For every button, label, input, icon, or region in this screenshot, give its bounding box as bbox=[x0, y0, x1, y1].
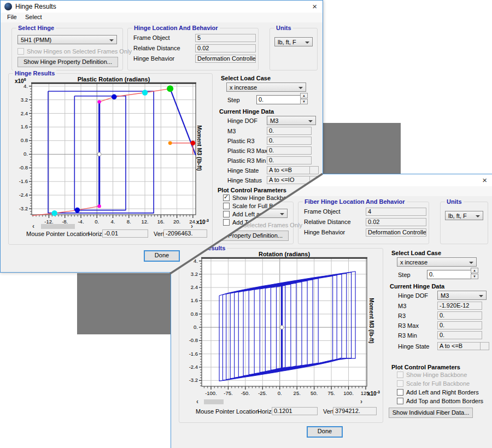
row-label: Plastic R3 Max bbox=[227, 148, 267, 154]
spin-up-button[interactable]: ▲ bbox=[471, 268, 478, 273]
checkbox-icon bbox=[397, 398, 403, 404]
hinge-state-color-box bbox=[309, 166, 319, 174]
hysteresis-plot[interactable]: -100.-75.-50.-25.0.25.50.75.100.125.4.3.… bbox=[182, 256, 374, 397]
spin-up-button[interactable]: ▲ bbox=[300, 93, 308, 98]
row-value: 0. bbox=[267, 127, 312, 135]
units-group: Units lb, ft, F bbox=[440, 202, 488, 244]
group-title: Units bbox=[274, 25, 293, 32]
menu-file[interactable]: File bbox=[7, 14, 17, 20]
load-case-dropdown[interactable]: x increase bbox=[226, 82, 306, 92]
row-value: A to <=B bbox=[437, 342, 482, 350]
scale-full-backbone-checkbox[interactable]: Scale for Full Backbone bbox=[397, 380, 470, 387]
svg-text:-50.: -50. bbox=[241, 390, 250, 396]
svg-text:0.: 0. bbox=[24, 151, 28, 157]
svg-text:-4.: -4. bbox=[78, 219, 84, 225]
titlebar[interactable]: Hinge Results × bbox=[1, 1, 323, 13]
row-value: 0. bbox=[267, 156, 312, 164]
vert-value: 3794212. bbox=[333, 407, 377, 415]
spin-down-button[interactable]: ▼ bbox=[300, 99, 308, 104]
svg-text:12.: 12. bbox=[141, 219, 148, 225]
chevron-down-icon bbox=[469, 262, 473, 264]
hinge-behavior-label: Hinge Behavior bbox=[304, 229, 345, 235]
svg-text:0.: 0. bbox=[95, 219, 99, 225]
svg-text:4.: 4. bbox=[24, 83, 28, 89]
add-top-bottom-borders-checkbox[interactable]: Add Top and Bottom Borders bbox=[397, 398, 483, 404]
desktop: Hinge Results × File Select Select Hinge… bbox=[0, 0, 492, 448]
svg-text:1.6: 1.6 bbox=[191, 297, 198, 303]
show-hinge-property-definition-button[interactable]: Show Hinge Property Definition... bbox=[17, 57, 118, 67]
hinge-behavior-value: Deformation Controlled bbox=[195, 55, 256, 63]
svg-text:-1.6: -1.6 bbox=[189, 351, 198, 357]
plot-control-parameters-title: Plot Control Parameters bbox=[218, 187, 286, 193]
scrollbar-thumb[interactable] bbox=[41, 224, 75, 229]
mouse-pointer-label: Mouse Pointer Location bbox=[26, 231, 90, 237]
hinge-select-dropdown[interactable]: 5H1 (PMM) bbox=[17, 35, 117, 44]
row-label: Plastic R3 Min bbox=[227, 157, 266, 164]
vert-label: Vert bbox=[154, 231, 165, 237]
group-title: Fiber Hinge Location And Behavior bbox=[303, 198, 407, 205]
close-icon[interactable]: × bbox=[482, 175, 487, 185]
hinge-behavior-label: Hinge Behavior bbox=[133, 55, 174, 62]
scroll-left-icon[interactable]: ‹ bbox=[196, 399, 198, 405]
frame-object-label: Frame Object bbox=[133, 34, 170, 41]
hinge-dof-dropdown[interactable]: M3 bbox=[267, 116, 316, 125]
checkbox-label: Scale for Full Backbone bbox=[406, 380, 470, 387]
group-title: Select Hinge bbox=[16, 25, 56, 32]
dropdown-value: 5H1 (PMM) bbox=[21, 37, 51, 43]
checkbox-label: Add Top and Bottom Borders bbox=[406, 398, 483, 404]
hinge-state-color-box bbox=[480, 342, 489, 350]
menu-select[interactable]: Select bbox=[25, 14, 42, 20]
scroll-left-icon[interactable]: ‹ bbox=[32, 223, 34, 229]
group-title: Units bbox=[445, 198, 464, 205]
row-label: Plastic R3 bbox=[227, 138, 255, 144]
units-dropdown[interactable]: lb, ft, F bbox=[445, 211, 483, 220]
units-dropdown[interactable]: lb, ft, F bbox=[274, 37, 313, 46]
chevron-down-icon bbox=[476, 215, 480, 217]
spin-down-button[interactable]: ▼ bbox=[471, 274, 478, 279]
svg-text:75.: 75. bbox=[327, 390, 335, 396]
row-label: R3 Max bbox=[398, 322, 419, 329]
relative-distance-value: 0.02 bbox=[195, 44, 256, 52]
chevron-down-icon bbox=[298, 87, 303, 89]
x-scale-label: x10-3 bbox=[196, 219, 209, 225]
load-case-dropdown[interactable]: x increase bbox=[397, 257, 477, 267]
chevron-down-icon bbox=[280, 213, 284, 215]
show-hinges-selected-frames-checkbox[interactable]: Show Hinges on Selected Frames Only bbox=[17, 48, 132, 55]
horiz-label: Horiz bbox=[257, 408, 272, 415]
add-left-right-borders-checkbox[interactable]: Add Left and Right Borders bbox=[397, 389, 479, 396]
scroll-right-icon[interactable]: › bbox=[360, 399, 362, 405]
svg-text:100.: 100. bbox=[343, 390, 354, 396]
svg-text:-1.6: -1.6 bbox=[19, 178, 28, 184]
row-value: A to <=IO bbox=[267, 176, 312, 184]
done-button[interactable]: Done bbox=[307, 426, 343, 438]
svg-text:50.: 50. bbox=[311, 390, 318, 396]
row-label: Hinge Status bbox=[227, 177, 262, 184]
checkbox-label: Show Hinges on Selected Frames Only bbox=[27, 48, 132, 55]
scrollbar-thumb[interactable] bbox=[204, 399, 224, 404]
svg-text:16.: 16. bbox=[157, 219, 165, 225]
step-input[interactable]: 0. bbox=[427, 270, 472, 279]
vert-label: Vert bbox=[323, 408, 334, 415]
checkbox-label: Show Hinge Backbone bbox=[406, 372, 467, 378]
svg-text:1.6: 1.6 bbox=[21, 123, 28, 129]
row-value: 0. bbox=[267, 137, 312, 145]
hinge-dof-dropdown[interactable]: M3 bbox=[437, 291, 487, 300]
y-axis-right-label: Moment M3 (lb-ft) bbox=[368, 285, 374, 356]
units-group: Units lb, ft, F bbox=[270, 28, 318, 70]
row-label: R3 bbox=[398, 313, 406, 319]
show-individual-fiber-data-button[interactable]: Show Individual Fiber Data... bbox=[389, 408, 473, 418]
done-button[interactable]: Done bbox=[144, 250, 180, 262]
hysteresis-plot[interactable]: -12.-8.-4.0.4.8.12.16.20.24.4.3.22.41.60… bbox=[11, 81, 204, 225]
show-hinge-backbone-checkbox[interactable]: Show Hinge Backbone bbox=[397, 372, 467, 378]
svg-text:20.: 20. bbox=[173, 219, 180, 225]
window-title: Hinge Results bbox=[15, 3, 56, 10]
dropdown-value: x increase bbox=[230, 84, 257, 91]
step-spinner: ▲ ▼ bbox=[300, 93, 308, 105]
menubar: File Select bbox=[1, 13, 323, 22]
step-label: Step bbox=[398, 272, 411, 278]
step-input[interactable]: 0. bbox=[256, 95, 301, 104]
svg-text:2.4: 2.4 bbox=[21, 110, 28, 116]
scroll-right-icon[interactable]: › bbox=[191, 223, 193, 229]
close-icon[interactable]: × bbox=[312, 2, 317, 11]
x-scale-label: x10-3 bbox=[367, 390, 380, 397]
